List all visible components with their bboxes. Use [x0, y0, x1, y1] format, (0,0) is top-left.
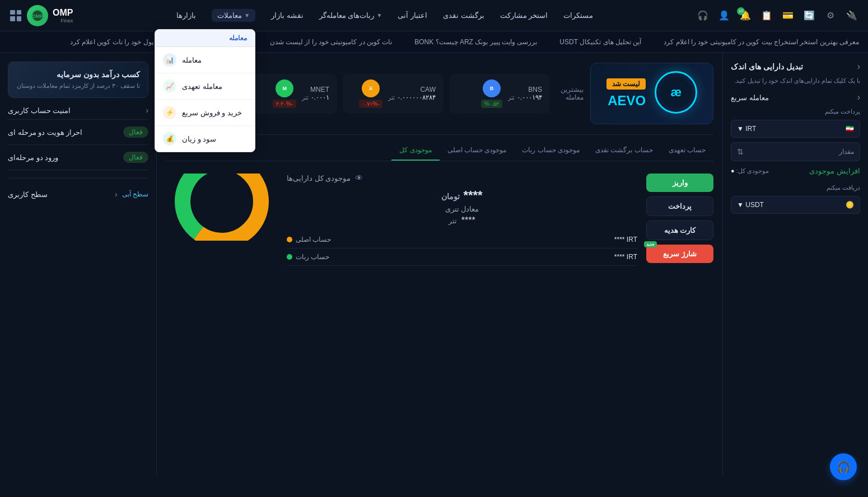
charge-button[interactable]: جدید شارژ سریع: [646, 245, 713, 263]
receive-currency-input[interactable]: 🪙 USDT ▼: [731, 196, 860, 214]
amount-input[interactable]: مقدار ⇅: [731, 142, 860, 161]
dropdown-item-futures[interactable]: معامله تعهدی 📈: [155, 73, 255, 100]
usdt-code: USDT ▼: [737, 201, 764, 209]
nav-markets[interactable]: بازارها: [176, 11, 196, 20]
coin-info-mnet: MNET ۰.۰۰۰۱ تتر: [302, 86, 329, 101]
dropdown-pnl-label: سود و زیان: [182, 135, 216, 143]
level-value: سطح آبی: [122, 190, 148, 198]
dropdown-quick-label: خرید و فروش سریع: [182, 109, 242, 117]
eye-icon[interactable]: 👁: [355, 174, 363, 182]
tab-bot[interactable]: موجودی حساب ربات: [514, 140, 587, 161]
coin-info-caw: CAW ۰.۰۰۰۰۰۰۸۲۸۴ تتر: [388, 86, 436, 101]
security-item-2step[interactable]: فعال ورود دو مرحله‌ای: [8, 145, 148, 170]
account-item-main: **** IRT حساب اصلی: [287, 231, 637, 248]
nav-bot[interactable]: ▼ ربات‌های معامله‌گر: [319, 11, 382, 20]
bell-icon[interactable]: 🔔 10: [739, 10, 752, 22]
nav-pool[interactable]: استخر مشارکت: [500, 11, 548, 20]
main-content: ‹ تبدیل دارایی های اندک با یک کلیک تمام …: [0, 53, 868, 476]
aevo-banner[interactable]: æ لیست شد AEVO: [590, 63, 713, 124]
balance-display: **** تومان معادل تتری **** تتر: [287, 188, 637, 226]
logo-circle: OMP: [27, 5, 48, 26]
dropdown-header: معامله: [155, 30, 255, 47]
coin-card-caw[interactable]: CAW ۰.۰۰۰۰۰۰۸۲۸۴ تتر ⚔ -۰.۷۱%: [343, 74, 444, 114]
balance-link[interactable]: افزایش موجودی: [809, 167, 860, 175]
balance-amount: **** تومان: [287, 188, 637, 203]
aevo-coin-graphic: æ: [652, 71, 697, 116]
plugin-icon[interactable]: 🔌: [846, 10, 858, 22]
deposit-button[interactable]: واریز: [646, 174, 713, 192]
nav-competitions[interactable]: مستکرات: [563, 11, 593, 20]
settings-icon[interactable]: ⚙: [824, 10, 837, 22]
tab-cashback[interactable]: حساب برگشت نقدی: [587, 140, 661, 161]
dropdown-pnl-icon: 💰: [163, 132, 176, 146]
2step-label: ورود دو مرحله‌ای: [8, 153, 58, 162]
usdt-flag: 🪙: [846, 201, 854, 209]
nav-cashback[interactable]: برگشت نقدی: [443, 11, 484, 20]
trade-dropdown-wrapper: ▼ معاملات معامله معامله 📊 معامله تعهدی 📈…: [212, 9, 255, 22]
tab-main[interactable]: موجودی حساب اصلی: [440, 140, 515, 161]
left-panel-arrow[interactable]: ‹: [857, 62, 860, 72]
dropdown-trade-label: معامله: [182, 56, 202, 64]
nav-right: OMP Finex OMP: [10, 5, 73, 26]
support-fab[interactable]: 🎧: [830, 453, 857, 480]
logo[interactable]: OMP Finex OMP: [27, 5, 73, 26]
ticker-bar: معرفی بهترین استخر استخراج بیت کوین در ک…: [0, 31, 868, 53]
tab-tether[interactable]: حساب تعهدی: [661, 140, 713, 161]
security-section-title: امنیت حساب کاربری: [8, 106, 71, 115]
level-row[interactable]: سطح آبی ‹ سطح کاربری: [8, 185, 148, 203]
headset-icon[interactable]: 🎧: [697, 10, 709, 22]
gift-button[interactable]: کارت هدیه: [646, 221, 713, 240]
coin-name-bns: BNS: [508, 86, 542, 93]
earn-sub: تا سقف ۳۰ درصد از کارمزد تمام معاملات دو…: [16, 82, 140, 90]
security-item-2fa[interactable]: فعال احراز هویت دو مرحله ای: [8, 120, 148, 145]
trade-arrow: ▼: [244, 12, 250, 18]
tab-total[interactable]: موجودی کل: [391, 140, 439, 161]
balance-header: 👁 موجودی کل دارایی‌ها: [287, 174, 637, 182]
pay-label: پرداخت میکنم: [731, 108, 860, 115]
earn-banner[interactable]: کسب درآمد بدون سرمایه تا سقف ۳۰ درصد از …: [8, 62, 148, 98]
report-icon[interactable]: 📋: [760, 10, 773, 22]
currency-input[interactable]: 🇮🇷 IRT ▼: [731, 120, 860, 138]
coin-logo-mnet: M: [276, 79, 293, 97]
coin-name-caw: CAW: [388, 86, 436, 93]
grid-icon[interactable]: [10, 10, 21, 21]
trade-section-arrow[interactable]: ‹: [857, 92, 860, 102]
nav-center: مستکرات استخر مشارکت برگشت نقدی اعتبار آ…: [176, 9, 593, 22]
balance-section: 👁 موجودی کل دارایی‌ها **** تومان معادل ت…: [287, 174, 637, 266]
security-section: ‹ امنیت حساب کاربری فعال احراز هویت دو م…: [8, 106, 148, 170]
ticker-item-2: آین تحلیل های تکنیکال USDT: [559, 38, 641, 46]
dropdown-item-trade[interactable]: معامله 📊: [155, 47, 255, 73]
nav-instant[interactable]: اعتبار آنی: [398, 11, 427, 20]
account-dot-bot: [287, 254, 292, 260]
coin-card-bns[interactable]: BNS ۰.۰۰۰۱۹۴ تتر B %۰.۵۲: [449, 74, 550, 114]
bell-badge: 10: [737, 7, 745, 15]
account-name-main: حساب اصلی: [287, 236, 331, 243]
top-nav: 🔌 ⚙ 🔄 💳 📋 🔔 10 👤 🎧 مستکرات استخر مشارکت …: [0, 0, 868, 31]
security-section-arrow[interactable]: ‹: [146, 106, 148, 115]
earn-title: کسب درآمد بدون سرمایه: [16, 70, 140, 79]
account-content: واریز پرداخت کارت هدیه جدید شارژ سریع 👁 …: [166, 169, 713, 266]
coin-logo-caw: ⚔: [362, 79, 380, 97]
wallet-icon[interactable]: 💳: [782, 10, 794, 22]
svg-text:OMP: OMP: [32, 13, 44, 19]
dropdown-futures-label: معامله تعهدی: [182, 82, 222, 91]
trade-form: پرداخت میکنم 🇮🇷 IRT ▼ مقدار ⇅ افزایش موج…: [731, 108, 860, 214]
refresh-icon[interactable]: 🔄: [803, 10, 815, 22]
aevo-listed-badge: لیست شد: [606, 78, 646, 90]
user-level-section: سطح آبی ‹ سطح کاربری: [8, 178, 148, 203]
dropdown-futures-icon: 📈: [163, 79, 176, 93]
coin-badge-bns: %۰.۵۲: [481, 100, 503, 108]
right-panel: کسب درآمد بدون سرمایه تا سقف ۳۰ درصد از …: [0, 53, 157, 476]
coin-info-bns: BNS ۰.۰۰۰۱۹۴ تتر: [508, 86, 542, 101]
account-value-bot: **** IRT: [614, 253, 637, 261]
withdraw-button[interactable]: پرداخت: [646, 196, 713, 216]
balance-label: موجودی کل: ●: [731, 167, 769, 175]
currency-code: IRT ▼: [737, 125, 756, 133]
nav-chart[interactable]: نقشه بازار: [271, 11, 304, 20]
dropdown-item-quick[interactable]: خرید و فروش سریع ⚡: [155, 100, 255, 126]
nav-trade-btn[interactable]: ▼ معاملات: [212, 9, 255, 22]
account-name-bot: حساب ربات: [287, 253, 329, 261]
dropdown-item-pnl[interactable]: سود و زیان 💰: [155, 126, 255, 152]
user-icon[interactable]: 👤: [718, 10, 730, 22]
account-section: حساب تعهدی حساب برگشت نقدی موجودی حساب ر…: [166, 135, 713, 271]
